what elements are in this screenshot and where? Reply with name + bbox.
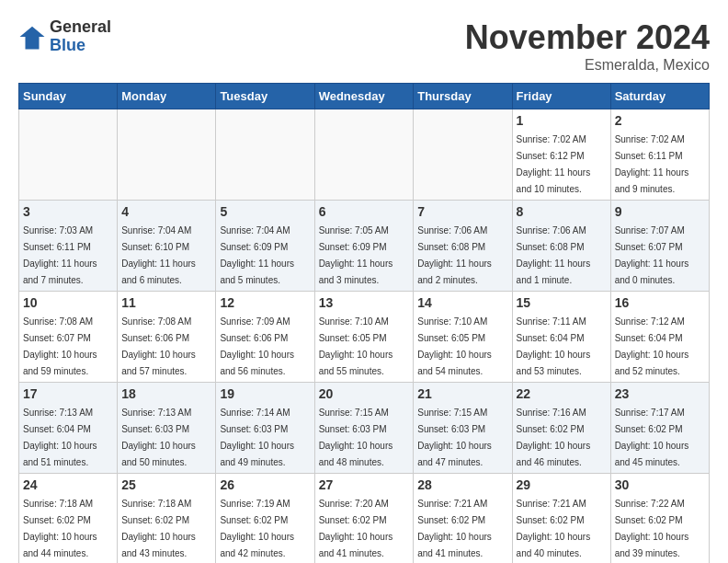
day-cell: 12Sunrise: 7:09 AM Sunset: 6:06 PM Dayli… <box>216 292 314 383</box>
day-info: Sunrise: 7:10 AM Sunset: 6:05 PM Dayligh… <box>319 316 393 376</box>
location: Esmeralda, Mexico <box>465 57 710 74</box>
logo-general: General <box>50 18 111 37</box>
day-cell: 1Sunrise: 7:02 AM Sunset: 6:12 PM Daylig… <box>512 109 610 201</box>
day-number: 4 <box>121 204 211 219</box>
day-number: 28 <box>417 477 507 492</box>
day-info: Sunrise: 7:21 AM Sunset: 6:02 PM Dayligh… <box>417 499 492 558</box>
week-row-4: 17Sunrise: 7:13 AM Sunset: 6:04 PM Dayli… <box>19 383 710 474</box>
week-row-3: 10Sunrise: 7:08 AM Sunset: 6:07 PM Dayli… <box>19 292 710 383</box>
day-number: 14 <box>417 295 507 310</box>
day-cell: 9Sunrise: 7:07 AM Sunset: 6:07 PM Daylig… <box>610 201 709 292</box>
day-info: Sunrise: 7:08 AM Sunset: 6:07 PM Dayligh… <box>23 316 97 376</box>
day-info: Sunrise: 7:03 AM Sunset: 6:11 PM Dayligh… <box>23 225 97 285</box>
day-number: 12 <box>220 295 310 310</box>
day-cell: 27Sunrise: 7:20 AM Sunset: 6:02 PM Dayli… <box>314 474 414 564</box>
day-cell <box>216 109 314 201</box>
day-number: 17 <box>23 386 113 401</box>
day-number: 8 <box>517 204 607 219</box>
day-info: Sunrise: 7:16 AM Sunset: 6:02 PM Dayligh… <box>517 408 591 467</box>
day-number: 20 <box>319 386 410 401</box>
page-header: General Blue November 2024 Esmeralda, Me… <box>18 18 710 74</box>
calendar: SundayMondayTuesdayWednesdayThursdayFrid… <box>18 83 710 563</box>
day-cell: 3Sunrise: 7:03 AM Sunset: 6:11 PM Daylig… <box>19 201 118 292</box>
weekday-header-row: SundayMondayTuesdayWednesdayThursdayFrid… <box>19 84 710 109</box>
day-number: 5 <box>220 204 310 219</box>
day-info: Sunrise: 7:13 AM Sunset: 6:04 PM Dayligh… <box>23 408 97 467</box>
day-info: Sunrise: 7:15 AM Sunset: 6:03 PM Dayligh… <box>417 408 492 467</box>
day-cell: 15Sunrise: 7:11 AM Sunset: 6:04 PM Dayli… <box>512 292 610 383</box>
day-info: Sunrise: 7:09 AM Sunset: 6:06 PM Dayligh… <box>220 316 294 376</box>
day-cell: 25Sunrise: 7:18 AM Sunset: 6:02 PM Dayli… <box>118 474 216 564</box>
logo-blue: Blue <box>50 37 111 55</box>
day-number: 21 <box>417 386 507 401</box>
day-number: 9 <box>615 204 705 219</box>
day-info: Sunrise: 7:10 AM Sunset: 6:05 PM Dayligh… <box>417 316 492 376</box>
day-number: 3 <box>23 204 113 219</box>
day-number: 7 <box>417 204 507 219</box>
day-number: 27 <box>319 477 410 492</box>
day-cell: 7Sunrise: 7:06 AM Sunset: 6:08 PM Daylig… <box>414 201 512 292</box>
day-info: Sunrise: 7:07 AM Sunset: 6:07 PM Dayligh… <box>615 225 689 285</box>
weekday-header-monday: Monday <box>118 84 216 109</box>
day-cell: 16Sunrise: 7:12 AM Sunset: 6:04 PM Dayli… <box>610 292 709 383</box>
day-info: Sunrise: 7:20 AM Sunset: 6:02 PM Dayligh… <box>319 499 393 558</box>
day-cell: 20Sunrise: 7:15 AM Sunset: 6:03 PM Dayli… <box>314 383 414 474</box>
weekday-header-tuesday: Tuesday <box>216 84 314 109</box>
day-info: Sunrise: 7:06 AM Sunset: 6:08 PM Dayligh… <box>517 225 591 285</box>
day-info: Sunrise: 7:18 AM Sunset: 6:02 PM Dayligh… <box>121 499 196 558</box>
logo: General Blue <box>18 18 111 55</box>
day-info: Sunrise: 7:18 AM Sunset: 6:02 PM Dayligh… <box>23 499 97 558</box>
week-row-2: 3Sunrise: 7:03 AM Sunset: 6:11 PM Daylig… <box>19 201 710 292</box>
weekday-header-friday: Friday <box>512 84 610 109</box>
day-cell: 29Sunrise: 7:21 AM Sunset: 6:02 PM Dayli… <box>512 474 610 564</box>
logo-text: General Blue <box>50 18 111 55</box>
day-cell: 2Sunrise: 7:02 AM Sunset: 6:11 PM Daylig… <box>610 109 709 201</box>
day-info: Sunrise: 7:02 AM Sunset: 6:11 PM Dayligh… <box>615 134 689 194</box>
day-cell: 8Sunrise: 7:06 AM Sunset: 6:08 PM Daylig… <box>512 201 610 292</box>
svg-marker-0 <box>20 27 45 50</box>
day-number: 26 <box>220 477 310 492</box>
day-cell: 13Sunrise: 7:10 AM Sunset: 6:05 PM Dayli… <box>314 292 414 383</box>
day-info: Sunrise: 7:04 AM Sunset: 6:10 PM Dayligh… <box>121 225 196 285</box>
week-row-5: 24Sunrise: 7:18 AM Sunset: 6:02 PM Dayli… <box>19 474 710 564</box>
day-number: 2 <box>615 113 705 128</box>
day-info: Sunrise: 7:13 AM Sunset: 6:03 PM Dayligh… <box>121 408 196 467</box>
day-cell: 26Sunrise: 7:19 AM Sunset: 6:02 PM Dayli… <box>216 474 314 564</box>
day-number: 25 <box>121 477 211 492</box>
day-info: Sunrise: 7:14 AM Sunset: 6:03 PM Dayligh… <box>220 408 294 467</box>
day-info: Sunrise: 7:19 AM Sunset: 6:02 PM Dayligh… <box>220 499 294 558</box>
day-number: 6 <box>319 204 410 219</box>
day-cell: 19Sunrise: 7:14 AM Sunset: 6:03 PM Dayli… <box>216 383 314 474</box>
day-cell <box>19 109 118 201</box>
day-cell: 23Sunrise: 7:17 AM Sunset: 6:02 PM Dayli… <box>610 383 709 474</box>
weekday-header-thursday: Thursday <box>414 84 512 109</box>
day-cell: 14Sunrise: 7:10 AM Sunset: 6:05 PM Dayli… <box>414 292 512 383</box>
day-cell <box>414 109 512 201</box>
day-cell: 10Sunrise: 7:08 AM Sunset: 6:07 PM Dayli… <box>19 292 118 383</box>
day-cell: 4Sunrise: 7:04 AM Sunset: 6:10 PM Daylig… <box>118 201 216 292</box>
month-title: November 2024 <box>465 18 710 57</box>
day-info: Sunrise: 7:06 AM Sunset: 6:08 PM Dayligh… <box>417 225 492 285</box>
day-info: Sunrise: 7:12 AM Sunset: 6:04 PM Dayligh… <box>615 316 689 376</box>
day-cell <box>314 109 414 201</box>
day-cell: 5Sunrise: 7:04 AM Sunset: 6:09 PM Daylig… <box>216 201 314 292</box>
week-row-1: 1Sunrise: 7:02 AM Sunset: 6:12 PM Daylig… <box>19 109 710 201</box>
day-info: Sunrise: 7:22 AM Sunset: 6:02 PM Dayligh… <box>615 499 689 558</box>
weekday-header-saturday: Saturday <box>610 84 709 109</box>
day-number: 13 <box>319 295 410 310</box>
title-section: November 2024 Esmeralda, Mexico <box>465 18 710 74</box>
day-cell: 18Sunrise: 7:13 AM Sunset: 6:03 PM Dayli… <box>118 383 216 474</box>
day-number: 15 <box>517 295 607 310</box>
day-number: 19 <box>220 386 310 401</box>
day-cell: 24Sunrise: 7:18 AM Sunset: 6:02 PM Dayli… <box>19 474 118 564</box>
day-cell: 22Sunrise: 7:16 AM Sunset: 6:02 PM Dayli… <box>512 383 610 474</box>
day-info: Sunrise: 7:17 AM Sunset: 6:02 PM Dayligh… <box>615 408 689 467</box>
day-number: 16 <box>615 295 705 310</box>
day-number: 29 <box>517 477 607 492</box>
day-info: Sunrise: 7:04 AM Sunset: 6:09 PM Dayligh… <box>220 225 294 285</box>
day-number: 23 <box>615 386 705 401</box>
day-number: 18 <box>121 386 211 401</box>
day-cell: 30Sunrise: 7:22 AM Sunset: 6:02 PM Dayli… <box>610 474 709 564</box>
day-info: Sunrise: 7:11 AM Sunset: 6:04 PM Dayligh… <box>517 316 591 376</box>
day-number: 1 <box>517 113 607 128</box>
